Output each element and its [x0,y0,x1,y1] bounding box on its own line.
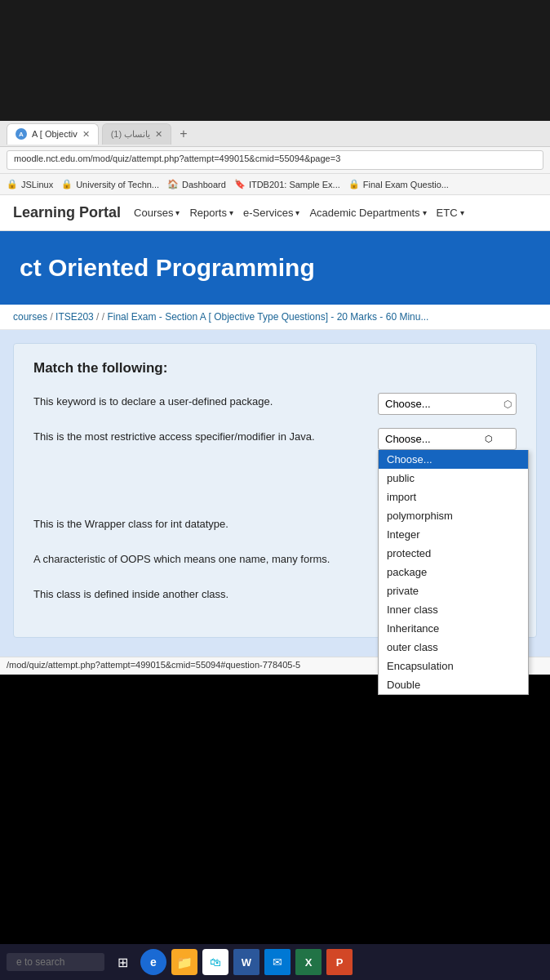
dropdown-option-double[interactable]: Double [379,675,528,694]
tab-close-2[interactable]: ✕ [155,129,162,140]
dropdown-option-package[interactable]: package [379,563,528,581]
dropdown-option-private[interactable]: private [379,581,528,600]
start-icon: ⊞ [118,955,128,970]
store-icon: 🛍 [210,956,221,969]
bookmark-label-university: University of Techn... [76,180,159,189]
nav-brand: Learning Portal [13,204,121,221]
bookmark-university[interactable]: 🔒 University of Techn... [61,179,159,189]
bookmarks-bar: 🔒 JSLinux 🔒 University of Techn... 🏠 Das… [0,174,550,195]
breadcrumb-itse203[interactable]: ITSE203 [55,311,94,323]
dropdown-arrow-icon: ⬡ [485,434,493,444]
match-row-1: This keyword is to declare a user-define… [33,393,517,415]
match-question-2: This is the most restrictive access spec… [33,428,368,444]
tab-label-2: يانساب (1) [111,129,151,140]
tab-icon-1: A [16,128,27,140]
tab-inactive[interactable]: يانساب (1) ✕ [102,123,172,145]
match-row-2: This is the most restrictive access spec… [33,428,517,450]
match-question-5: This class is defined inside another cla… [33,586,368,602]
dropdown-display[interactable]: Choose... ⬡ [378,428,517,450]
site-wrapper: Learning Portal Courses Reports e-Servic… [0,195,550,675]
taskbar-edge-icon[interactable]: e [140,949,166,975]
edge-icon: e [150,956,157,969]
dropdown-option-public[interactable]: public [379,469,528,488]
breadcrumb-courses[interactable]: courses [13,311,47,323]
bookmark-jslinux[interactable]: 🔒 JSLinux [7,179,53,189]
dropdown-option-choose[interactable]: Choose... [379,450,528,469]
nav-eservices[interactable]: e-Services [243,207,299,219]
question-card: Match the following: This keyword is to … [13,343,537,638]
taskbar-search-input[interactable] [7,953,104,971]
breadcrumb-exam[interactable]: Final Exam - Section A [ Objective Type … [107,311,428,323]
nav-academic[interactable]: Academic Departments [309,207,426,219]
nav-bar: Learning Portal Courses Reports e-Servic… [0,195,550,231]
bookmark-label-jslinux: JSLinux [21,180,53,189]
taskbar-mail-icon[interactable]: ✉ [264,949,291,975]
dropdown-option-encapsulation[interactable]: Encapsulation [379,657,528,675]
taskbar: ⊞ e 📁 🛍 W ✉ X P [0,944,550,980]
bookmark-finalexam[interactable]: 🔒 Final Exam Questio... [348,179,449,189]
tab-bar: A A [ Objectiv ✕ يانساب (1) ✕ + [0,121,550,147]
bookmark-label-finalexam: Final Exam Questio... [363,180,449,189]
nav-etc[interactable]: ETC [437,207,464,219]
status-url: /mod/quiz/attempt.php?attempt=499015&cmi… [7,660,300,670]
address-bar-row: moodle.nct.edu.om/mod/quiz/attempt.php?a… [0,147,550,174]
folder-icon: 📁 [176,955,193,970]
top-black-bar [0,0,550,121]
hero-title: ct Oriented Programming [20,254,530,282]
bookmark-icon-itdb: 🔖 [234,179,246,189]
dropdown-option-import[interactable]: import [379,488,528,506]
dropdown-option-polymorphism[interactable]: polymorphism [379,506,528,525]
powerpoint-icon: P [336,956,344,969]
taskbar-explorer-icon[interactable]: 📁 [171,949,197,975]
hero-banner: ct Oriented Programming [0,231,550,305]
browser-chrome: A A [ Objectiv ✕ يانساب (1) ✕ + moodle.n… [0,121,550,195]
match-select-1[interactable]: Choose... public import polymorphism Int… [378,393,517,415]
taskbar-store-icon[interactable]: 🛍 [202,949,228,975]
main-content: Match the following: This keyword is to … [0,330,550,657]
nav-courses[interactable]: Courses [134,207,180,219]
bookmark-icon-dashboard: 🏠 [167,179,179,189]
dropdown-option-protected[interactable]: protected [379,544,528,563]
bookmark-dashboard[interactable]: 🏠 Dashboard [167,179,226,189]
dropdown-open-wrapper: Choose... ⬡ Choose... public import poly… [378,428,517,450]
bookmark-icon-university: 🔒 [61,179,73,189]
bookmark-icon-jslinux: 🔒 [7,179,18,189]
tab-label-1: A [ Objectiv [32,129,78,139]
match-select-wrapper-1: Choose... public import polymorphism Int… [378,393,517,415]
bookmark-itdb[interactable]: 🔖 ITDB201: Sample Ex... [234,179,340,189]
breadcrumb-separator: / [102,311,104,323]
match-question-3: This is the Wrapper class for int dataty… [33,515,368,532]
nav-links: Courses Reports e-Services Academic Depa… [134,207,464,219]
taskbar-word-icon[interactable]: W [233,949,259,975]
dropdown-option-inheritance[interactable]: Inheritance [379,619,528,638]
dropdown-list: Choose... public import polymorphism Int… [378,450,529,695]
match-question-4: A characteristic of OOPS which means one… [33,550,368,567]
word-icon: W [242,956,251,969]
mail-icon: ✉ [273,956,282,969]
taskbar-powerpoint-icon[interactable]: P [326,949,353,975]
dropdown-option-outerclass[interactable]: outer class [379,638,528,657]
match-question-1: This keyword is to declare a user-define… [33,393,368,409]
bookmark-label-dashboard: Dashboard [182,180,226,189]
taskbar-excel-icon[interactable]: X [295,949,322,975]
question-title: Match the following: [33,360,517,376]
breadcrumb: courses / ITSE203 / / Final Exam - Secti… [0,305,550,330]
dropdown-option-integer[interactable]: Integer [379,525,528,544]
nav-reports[interactable]: Reports [189,207,233,219]
taskbar-start-button[interactable]: ⊞ [109,949,135,975]
tab-active[interactable]: A A [ Objectiv ✕ [7,123,99,145]
new-tab-button[interactable]: + [175,127,192,141]
bookmark-label-itdb: ITDB201: Sample Ex... [249,180,340,189]
excel-icon: X [305,956,313,969]
address-bar[interactable]: moodle.nct.edu.om/mod/quiz/attempt.php?a… [7,150,543,170]
dropdown-option-innerclass[interactable]: Inner class [379,600,528,619]
dropdown-selected-value: Choose... [385,433,431,445]
bookmark-icon-finalexam: 🔒 [348,179,360,189]
tab-close-1[interactable]: ✕ [82,129,90,140]
